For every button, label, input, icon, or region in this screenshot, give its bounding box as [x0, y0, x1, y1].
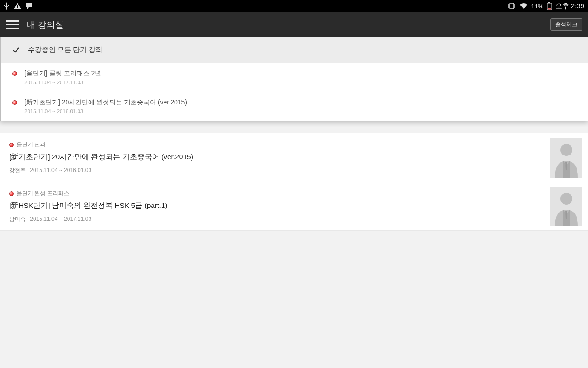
attendance-check-button[interactable]: 출석체크 [550, 18, 582, 31]
svg-rect-8 [548, 8, 551, 10]
menu-icon[interactable] [6, 18, 19, 32]
usb-icon [4, 2, 9, 10]
course-author: 강현주 [9, 167, 26, 173]
instructor-avatar [550, 187, 582, 226]
battery-text: 11% [531, 3, 543, 10]
battery-icon [547, 2, 552, 10]
course-author: 남미숙 [9, 216, 26, 222]
course-card[interactable]: 올단기 단과 [新기초단기] 20시간만에 완성되는 기초중국어 (ver.20… [0, 133, 588, 182]
status-bar: 11% 오후 2:39 [0, 0, 588, 12]
vibrate-icon [508, 3, 516, 9]
course-tag: 올단기 단과 [17, 141, 45, 149]
dropdown-option[interactable]: [올단기] 콜링 프리패스 2년 2015.11.04 ~ 2017.11.03 [1, 63, 588, 92]
status-right: 11% 오후 2:39 [508, 2, 584, 11]
dropdown-option-dates: 2015.11.04 ~ 2016.01.03 [24, 109, 187, 114]
bullet-icon [12, 71, 17, 76]
dropdown-option-title: [新기초단기] 20시간만에 완성되는 기초중국어 (ver.2015) [24, 98, 187, 107]
dropdown-option-body: [新기초단기] 20시간만에 완성되는 기초중국어 (ver.2015) 201… [24, 98, 187, 114]
svg-point-10 [560, 193, 572, 205]
wifi-icon [520, 3, 528, 9]
course-tagline: 올단기 단과 [9, 141, 579, 149]
bullet-icon [12, 100, 17, 105]
course-meta: 남미숙 2015.11.04 ~ 2017.11.03 [9, 215, 579, 223]
check-icon [12, 46, 20, 54]
svg-rect-2 [26, 3, 32, 7]
course-filter-dropdown: 수강중인 모든 단기 강좌 [올단기] 콜링 프리패스 2년 2015.11.0… [0, 37, 588, 121]
course-title: [新기초단기] 20시간만에 완성되는 기초중국어 (ver.2015) [9, 152, 579, 162]
clock-text: 오후 2:39 [555, 2, 584, 11]
dropdown-option[interactable]: [新기초단기] 20시간만에 완성되는 기초중국어 (ver.2015) 201… [1, 92, 588, 121]
dropdown-header-label: 수강중인 모든 단기 강좌 [28, 46, 102, 54]
bullet-icon [9, 143, 14, 147]
course-card[interactable]: 올단기 완성 프리패스 [新HSK단기] 남미숙의 완전정복 HSK 5급 (p… [0, 182, 588, 231]
svg-point-9 [560, 144, 572, 156]
dropdown-header[interactable]: 수강중인 모든 단기 강좌 [1, 37, 588, 63]
dropdown-option-dates: 2015.11.04 ~ 2017.11.03 [24, 80, 101, 85]
course-dates: 2015.11.04 ~ 2017.11.03 [30, 216, 91, 222]
chat-icon [26, 3, 33, 9]
svg-rect-1 [17, 7, 18, 8]
course-dates: 2015.11.04 ~ 2016.01.03 [30, 167, 91, 173]
svg-rect-3 [510, 3, 514, 9]
warning-icon [14, 3, 21, 9]
instructor-avatar [550, 138, 582, 178]
course-meta: 강현주 2015.11.04 ~ 2016.01.03 [9, 167, 579, 174]
course-tagline: 올단기 완성 프리패스 [9, 190, 579, 197]
page-title: 내 강의실 [27, 19, 64, 31]
course-tag: 올단기 완성 프리패스 [17, 190, 69, 197]
dropdown-option-title: [올단기] 콜링 프리패스 2년 [24, 69, 101, 78]
bullet-icon [9, 191, 14, 196]
course-title: [新HSK단기] 남미숙의 완전정복 HSK 5급 (part.1) [9, 201, 579, 211]
app-bar: 내 강의실 출석체크 [0, 12, 588, 37]
dropdown-option-body: [올단기] 콜링 프리패스 2년 2015.11.04 ~ 2017.11.03 [24, 69, 101, 85]
svg-rect-0 [17, 5, 18, 7]
status-left [4, 2, 33, 10]
